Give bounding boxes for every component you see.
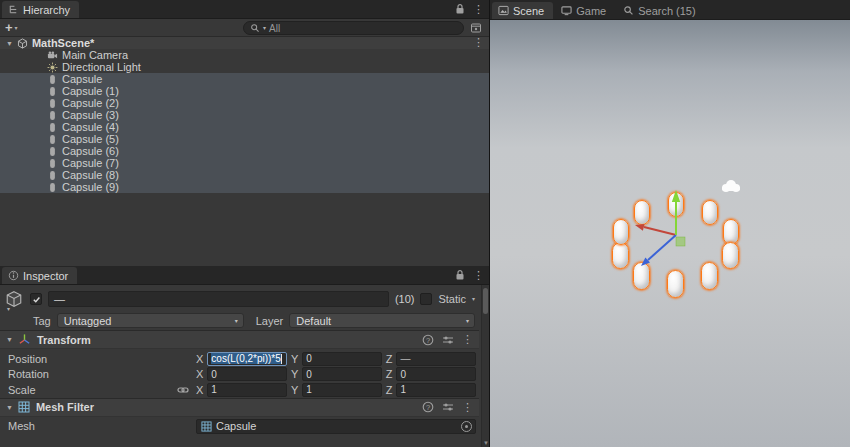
gameobject-icon-button[interactable]: ▾ — [5, 290, 24, 309]
mesh-filter-icon — [18, 401, 30, 413]
scene-capsule[interactable] — [613, 219, 629, 245]
lock-icon[interactable] — [455, 269, 465, 281]
scene-capsule[interactable] — [667, 270, 684, 298]
scrollbar-thumb[interactable] — [483, 288, 488, 314]
tag-label: Tag — [33, 315, 51, 327]
hierarchy-item[interactable]: Capsule (7) — [0, 157, 489, 169]
kebab-menu-icon[interactable]: ⋮ — [473, 270, 484, 281]
y-axis-label[interactable]: Y — [291, 384, 298, 396]
tag-dropdown[interactable]: Untagged ▾ — [57, 313, 244, 328]
selection-count: (10) — [395, 293, 415, 305]
hierarchy-item[interactable]: Capsule — [0, 73, 489, 85]
lock-icon[interactable] — [455, 3, 465, 15]
scene-capsule[interactable] — [701, 262, 718, 290]
position-z-value: — — [400, 353, 410, 364]
scale-z-field[interactable]: 1 — [396, 383, 476, 397]
active-checkbox[interactable] — [30, 293, 42, 305]
hierarchy-item[interactable]: Capsule (2) — [0, 97, 489, 109]
rotation-x-value: 0 — [211, 369, 217, 380]
object-picker-icon[interactable] — [461, 421, 472, 432]
kebab-menu-icon[interactable]: ⋮ — [462, 334, 473, 345]
scroll-down-arrow-icon[interactable]: ▼ — [482, 440, 490, 446]
tab-scene[interactable]: Scene — [492, 2, 553, 19]
tab-hierarchy[interactable]: Hierarchy — [2, 1, 79, 18]
hierarchy-item[interactable]: Capsule (8) — [0, 169, 489, 181]
scene-row[interactable]: ▼ MathScene* ⋮ — [0, 37, 489, 49]
kebab-menu-icon[interactable]: ⋮ — [473, 4, 484, 15]
position-z-field[interactable]: — — [396, 352, 476, 366]
y-axis-label[interactable]: Y — [291, 353, 298, 365]
name-field[interactable]: — — [48, 291, 389, 307]
presets-icon[interactable] — [442, 334, 454, 346]
kebab-menu-icon[interactable]: ⋮ — [462, 402, 473, 413]
hierarchy-item[interactable]: Main Camera — [0, 49, 489, 61]
z-axis-label[interactable]: Z — [386, 353, 393, 365]
mesh-filter-header[interactable]: ▼ Mesh Filter ⋮ — [0, 398, 479, 417]
help-icon[interactable] — [422, 401, 434, 413]
rotation-z-field[interactable]: 0 — [396, 367, 476, 381]
search-filter-caret-icon[interactable]: ▾ — [263, 25, 266, 31]
scene-capsule[interactable] — [633, 262, 650, 290]
static-checkbox[interactable] — [420, 293, 432, 305]
hierarchy-item-label: Directional Light — [62, 61, 141, 73]
foldout-arrow-icon[interactable]: ▼ — [6, 404, 13, 411]
hierarchy-item[interactable]: Capsule (5) — [0, 133, 489, 145]
gizmo-z-axis[interactable] — [641, 235, 676, 266]
scale-y-field[interactable]: 1 — [302, 383, 382, 397]
scene-capsule[interactable] — [612, 242, 629, 269]
component-title: Mesh Filter — [36, 401, 94, 413]
presets-icon[interactable] — [442, 401, 454, 413]
layer-dropdown[interactable]: Default ▾ — [289, 313, 475, 328]
scene-kebab-menu-icon[interactable]: ⋮ — [473, 37, 484, 48]
tab-game[interactable]: Game — [555, 2, 615, 19]
unity-scene-icon — [17, 38, 28, 49]
z-axis-label[interactable]: Z — [386, 384, 393, 396]
scene-capsule[interactable] — [722, 242, 739, 269]
x-axis-label[interactable]: X — [196, 368, 203, 380]
tab-search[interactable]: Search (15) — [617, 2, 704, 19]
tab-scene-label: Scene — [513, 5, 544, 17]
layer-label: Layer — [256, 315, 284, 327]
capsule-icon — [47, 182, 58, 193]
y-axis-label[interactable]: Y — [291, 368, 298, 380]
hierarchy-item[interactable]: Capsule (1) — [0, 85, 489, 97]
inspector-body: ▾ — (10) Static ▾ Tag — [0, 285, 489, 447]
scene-viewport[interactable] — [490, 20, 850, 447]
inspector-scrollbar[interactable]: ▼ — [481, 285, 489, 447]
rotation-x-field[interactable]: 0 — [207, 367, 287, 381]
gizmo-x-axis[interactable] — [635, 224, 676, 235]
hierarchy-tree[interactable]: ▼ MathScene* ⋮ Main CameraDirectional Li… — [0, 37, 489, 266]
scene-capsule[interactable] — [634, 200, 650, 225]
scene-capsule[interactable] — [702, 200, 718, 225]
transform-header[interactable]: ▼ Transform ⋮ — [0, 330, 479, 349]
hierarchy-search-input[interactable]: ▾ All — [243, 21, 464, 35]
transform-icon — [18, 333, 31, 346]
light-gizmo-icon[interactable] — [722, 180, 740, 192]
hierarchy-item[interactable]: Capsule (4) — [0, 121, 489, 133]
hierarchy-item[interactable]: Capsule (6) — [0, 145, 489, 157]
search-window-icon[interactable] — [470, 22, 482, 34]
capsule-icon — [47, 98, 58, 109]
mesh-object-field[interactable]: Capsule — [196, 419, 476, 434]
rotation-y-field[interactable]: 0 — [302, 367, 382, 381]
link-scale-icon[interactable] — [177, 384, 189, 396]
x-axis-label[interactable]: X — [196, 384, 203, 396]
rotation-vector: X 0 Y 0 Z 0 — [196, 367, 476, 381]
foldout-arrow-icon[interactable]: ▼ — [6, 336, 13, 343]
add-object-button[interactable]: + ▾ — [5, 21, 18, 35]
gizmo-xz-plane-handle[interactable] — [676, 237, 685, 246]
tag-value: Untagged — [64, 315, 112, 327]
scene-capsule[interactable] — [668, 192, 684, 217]
scale-x-field[interactable]: 1 — [207, 383, 287, 397]
static-dropdown-caret-icon[interactable]: ▾ — [472, 296, 475, 302]
help-icon[interactable] — [422, 334, 434, 346]
foldout-arrow-icon[interactable]: ▼ — [6, 40, 13, 47]
position-y-field[interactable]: 0 — [302, 352, 382, 366]
z-axis-label[interactable]: Z — [386, 368, 393, 380]
x-axis-label[interactable]: X — [196, 353, 203, 365]
tab-inspector[interactable]: Inspector — [2, 267, 77, 284]
position-x-field[interactable]: cos(L(0,2*pi))*5 — [207, 352, 287, 366]
hierarchy-item[interactable]: Directional Light — [0, 61, 489, 73]
hierarchy-item[interactable]: Capsule (9) — [0, 181, 489, 193]
hierarchy-item[interactable]: Capsule (3) — [0, 109, 489, 121]
